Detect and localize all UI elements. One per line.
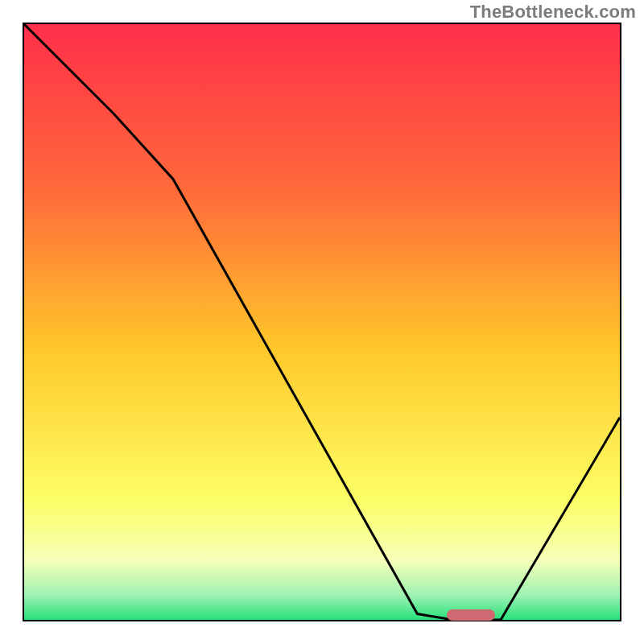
plot-area [23,23,621,621]
optimal-marker [447,609,494,621]
chart-canvas: TheBottleneck.com [0,0,644,644]
plot-svg [24,24,620,620]
watermark-label: TheBottleneck.com [470,2,636,23]
